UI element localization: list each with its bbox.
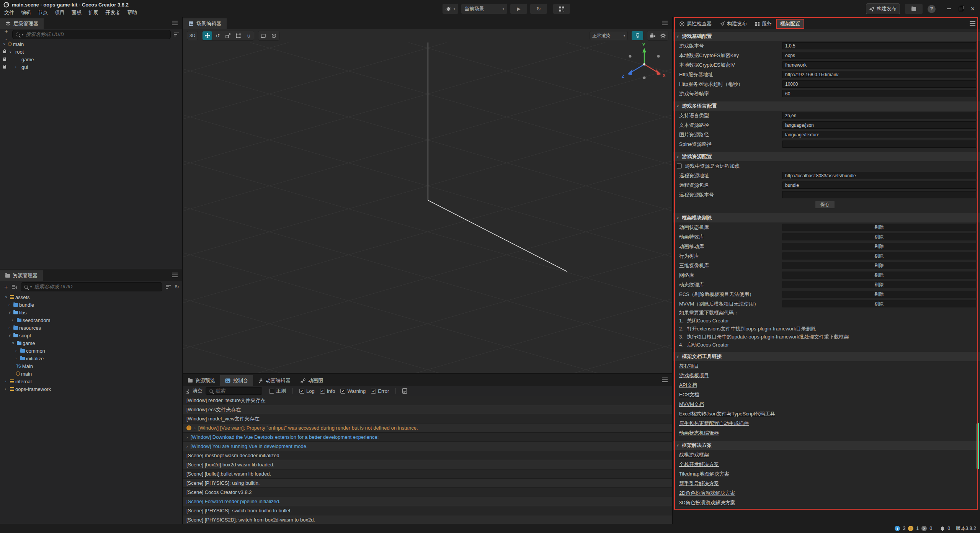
tree-arrow-icon[interactable]: ∨ bbox=[8, 311, 13, 314]
doc-link[interactable]: 原生包热更新配置自动生成插件 bbox=[679, 420, 749, 427]
tree-arrow-icon[interactable]: › bbox=[8, 303, 13, 307]
doc-link[interactable]: 新手引导解决方案 bbox=[679, 480, 719, 487]
doc-link[interactable]: 游戏模板项目 bbox=[679, 372, 709, 379]
hierarchy-menu-icon[interactable] bbox=[172, 21, 178, 21]
doc-link[interactable]: ECS文档 bbox=[679, 391, 699, 398]
asset-node-script[interactable]: ∨script bbox=[0, 332, 182, 339]
doc-link[interactable]: MVVM文档 bbox=[679, 401, 704, 408]
asset-node-seedrandom[interactable]: ›seedrandom bbox=[0, 316, 182, 324]
hierarchy-node-gui[interactable]: ›gui bbox=[0, 63, 182, 71]
doc-link[interactable]: 教程项目 bbox=[679, 363, 699, 370]
camera-view-button[interactable] bbox=[648, 31, 657, 40]
inspector-scrollbar-thumb[interactable] bbox=[977, 423, 979, 469]
remote-load-checkbox[interactable] bbox=[677, 163, 682, 168]
coordinate-toggle[interactable] bbox=[269, 31, 279, 40]
hierarchy-tab[interactable]: 层级管理器 bbox=[0, 18, 44, 29]
asset-node-libs[interactable]: ∨libs bbox=[0, 309, 182, 316]
filter-checkbox-warning[interactable] bbox=[340, 389, 345, 394]
doc-link[interactable]: 动画状态机编辑器 bbox=[679, 430, 719, 437]
tab-animation-editor[interactable]: 动画编辑器 bbox=[253, 375, 296, 386]
tree-arrow-icon[interactable]: › bbox=[5, 379, 10, 383]
field-input-0-4[interactable] bbox=[782, 80, 976, 88]
clear-console-button[interactable]: 清空 bbox=[186, 387, 203, 394]
expand-arrow-icon[interactable]: › bbox=[194, 426, 196, 430]
doc-link[interactable]: 全栈开发解决方案 bbox=[679, 461, 719, 468]
cull-module-button[interactable]: 剔除 bbox=[782, 291, 976, 298]
preview-qr-button[interactable] bbox=[553, 3, 570, 14]
cull-module-button[interactable]: 剔除 bbox=[782, 224, 976, 231]
tree-arrow-icon[interactable]: › bbox=[5, 387, 10, 391]
log-row-8[interactable]: [Scene] [bullet]:bullet wasm lib loaded. bbox=[183, 469, 672, 479]
hierarchy-node-root[interactable]: ∨root bbox=[0, 48, 182, 56]
doc-link[interactable]: API文档 bbox=[679, 382, 697, 389]
menu-item-4[interactable]: 面板 bbox=[68, 9, 85, 16]
field-input-1-3[interactable] bbox=[782, 141, 976, 148]
log-row-3[interactable]: !›[Window] [Vue warn]: Property "onInput… bbox=[183, 423, 672, 433]
tree-arrow-icon[interactable]: › bbox=[12, 318, 17, 322]
log-row-13[interactable]: [Scene] [PHYSICS2D]: switch from box2d-w… bbox=[183, 515, 672, 524]
close-button[interactable]: × bbox=[969, 5, 976, 13]
section-header-5[interactable]: ∨框架解决方案 bbox=[673, 441, 980, 450]
tree-arrow-icon[interactable]: ∨ bbox=[9, 50, 14, 54]
open-project-folder-button[interactable] bbox=[905, 3, 923, 14]
section-header-2[interactable]: ∨游戏资源配置 bbox=[673, 152, 980, 161]
filter-checkbox-error[interactable] bbox=[371, 389, 376, 394]
play-button[interactable]: ▶ bbox=[510, 3, 528, 14]
log-row-2[interactable]: [Window] model_view文件夹存在 bbox=[183, 414, 672, 423]
minimize-button[interactable] bbox=[945, 8, 952, 9]
doc-link[interactable]: 2D角色扮演游戏解决方案 bbox=[679, 490, 735, 497]
cull-module-button[interactable]: 剔除 bbox=[782, 233, 976, 240]
asset-node-resources[interactable]: ›resources bbox=[0, 324, 182, 332]
doc-link[interactable]: 3D角色扮演游戏解决方案 bbox=[679, 499, 735, 506]
cull-module-button[interactable]: 剔除 bbox=[782, 243, 976, 250]
expand-arrow-icon[interactable]: › bbox=[186, 444, 188, 449]
tree-arrow-icon[interactable]: ∨ bbox=[8, 334, 13, 337]
menu-item-7[interactable]: 帮助 bbox=[124, 9, 140, 16]
tree-arrow-icon[interactable]: › bbox=[15, 65, 20, 69]
log-row-1[interactable]: [Window] ecs文件夹存在 bbox=[183, 405, 672, 414]
tab-animation-graph[interactable]: 动画图 bbox=[296, 375, 328, 386]
field-input-0-1[interactable] bbox=[782, 52, 976, 59]
tab-asset-preview[interactable]: 资源预览 bbox=[183, 375, 220, 386]
field-input-0-2[interactable] bbox=[782, 61, 976, 69]
asset-node-initialize[interactable]: ›initialize bbox=[0, 355, 182, 362]
regex-checkbox[interactable] bbox=[269, 389, 274, 394]
asset-node-bundle[interactable]: ›bundle bbox=[0, 301, 182, 309]
field-input-2-1[interactable] bbox=[782, 172, 976, 179]
filter-icon[interactable] bbox=[166, 284, 171, 289]
section-header-4[interactable]: ∨框架文档工具链接 bbox=[673, 352, 980, 361]
expand-arrow-icon[interactable]: › bbox=[186, 435, 188, 440]
log-row-4[interactable]: ›[Window] Download the Vue Devtools exte… bbox=[183, 433, 672, 442]
scene-settings-button[interactable] bbox=[658, 31, 668, 40]
cull-module-button[interactable]: 剔除 bbox=[782, 300, 976, 307]
scene-menu-icon[interactable] bbox=[662, 21, 668, 21]
log-row-6[interactable]: [Scene] meshopt wasm decoder initialized bbox=[183, 451, 672, 460]
tree-arrow-icon[interactable]: › bbox=[15, 349, 20, 353]
sort-icon[interactable] bbox=[12, 284, 17, 289]
log-row-5[interactable]: ›[Window] You are running Vue in develop… bbox=[183, 442, 672, 451]
doc-link[interactable]: 战棋游戏框架 bbox=[679, 451, 709, 458]
create-asset-button[interactable]: ＋ bbox=[3, 283, 8, 291]
log-row-10[interactable]: [Scene] Cocos Creator v3.8.2 bbox=[183, 488, 672, 497]
asset-node-oops-framework[interactable]: ›oops-framework bbox=[0, 385, 182, 393]
move-tool[interactable] bbox=[203, 31, 212, 40]
scene-select-dropdown[interactable]: 当前场景 ▾ bbox=[461, 3, 508, 14]
bell-icon[interactable] bbox=[940, 526, 945, 531]
field-input-2-2[interactable] bbox=[782, 181, 976, 189]
rect-tool[interactable] bbox=[234, 31, 243, 40]
assets-menu-icon[interactable] bbox=[172, 273, 178, 273]
hierarchy-node-game[interactable]: game bbox=[0, 56, 182, 63]
field-input-1-0[interactable] bbox=[782, 112, 976, 119]
save-button[interactable]: 保存 bbox=[815, 201, 835, 209]
help-button[interactable]: ? bbox=[928, 5, 936, 13]
scale-tool[interactable] bbox=[223, 31, 233, 40]
report-icon[interactable] bbox=[402, 388, 407, 394]
anchor-tool[interactable]: ∪ bbox=[244, 31, 253, 40]
assets-search-input[interactable]: ▾ 搜索名称或 UUID bbox=[21, 282, 162, 291]
tab-inspector[interactable]: 属性检查器 bbox=[675, 19, 716, 29]
warning-count-icon[interactable]: ! bbox=[908, 526, 913, 531]
cull-module-button[interactable]: 剔除 bbox=[782, 281, 976, 288]
tab-build[interactable]: 构建发布 bbox=[716, 19, 751, 29]
log-row-11[interactable]: [Scene] Forward render pipeline initiali… bbox=[183, 497, 672, 506]
field-input-2-3[interactable] bbox=[782, 191, 976, 198]
